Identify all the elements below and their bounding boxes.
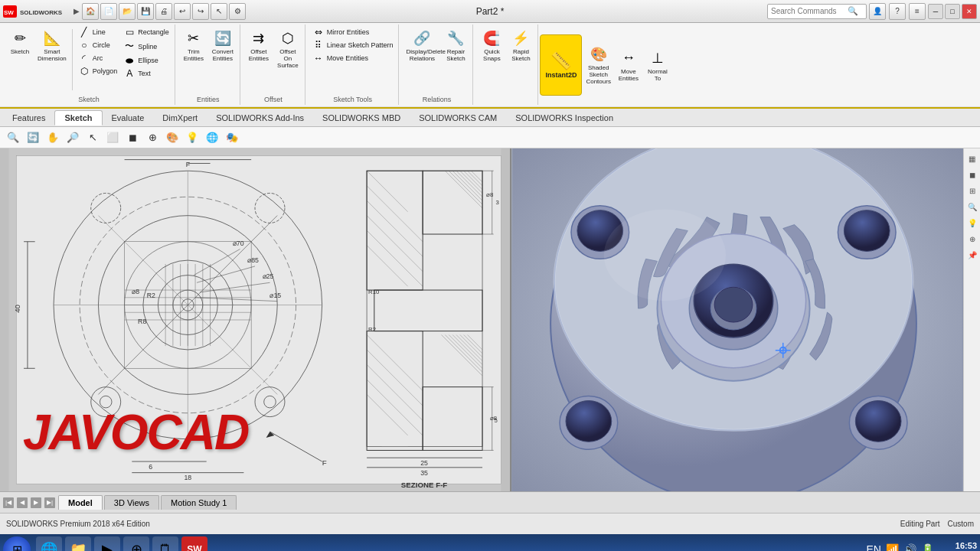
rapid-sketch-label: RapidSketch bbox=[511, 49, 530, 63]
view-magnify-btn[interactable]: 🔍 bbox=[5, 129, 21, 146]
text-btn[interactable]: AText bbox=[121, 67, 172, 80]
smart-dimension-button[interactable]: 📐 SmartDimension bbox=[35, 26, 69, 64]
taskbar-player[interactable]: ▶ bbox=[94, 536, 120, 551]
help-btn[interactable]: ? bbox=[889, 3, 906, 20]
close-btn[interactable]: ✕ bbox=[962, 4, 977, 19]
rapid-sketch-button[interactable]: ⚡ RapidSketch bbox=[507, 26, 534, 64]
open-btn[interactable]: 📂 bbox=[119, 3, 136, 20]
instant2d-button[interactable]: 📏 Instant2D bbox=[540, 34, 582, 96]
taskbar-explorer[interactable]: 📁 bbox=[65, 536, 91, 551]
panel-btn-6[interactable]: ⊕ bbox=[965, 232, 979, 246]
panel-btn-4[interactable]: 🔍 bbox=[965, 200, 979, 214]
maximize-btn[interactable]: □ bbox=[945, 4, 960, 19]
rectangle-btn[interactable]: ▭Rectangle bbox=[121, 26, 172, 38]
tab-sketch[interactable]: Sketch bbox=[54, 110, 102, 126]
display-delete-button[interactable]: 🔗 Display/DeleteRelations bbox=[403, 26, 440, 64]
ribbon: ✏ Sketch 📐 SmartDimension ╱Line ○Circle … bbox=[0, 23, 980, 109]
ribbon-group-display: 🔗 Display/DeleteRelations 🔧 RepairSketch… bbox=[400, 24, 473, 105]
panel-btn-3[interactable]: ⊞ bbox=[965, 184, 979, 197]
taskbar-time: 16:53 bbox=[939, 541, 977, 550]
taskbar-files[interactable]: 🗒 bbox=[152, 536, 178, 551]
title-right: 🔍 👤 ? ≡ ─ □ ✕ bbox=[767, 3, 977, 20]
offset-entities-button[interactable]: ⇉ OffsetEntities bbox=[245, 26, 273, 64]
spline-btn[interactable]: 〜Spline bbox=[121, 39, 172, 54]
tab-3dviews[interactable]: 3D Views bbox=[104, 495, 159, 510]
view-pan-btn[interactable]: ✋ bbox=[44, 129, 61, 146]
save-btn[interactable]: 💾 bbox=[137, 3, 154, 20]
tab-nav-first[interactable]: |◀ bbox=[3, 497, 14, 508]
home-btn[interactable]: 🏠 bbox=[82, 3, 99, 20]
linear-pattern-btn[interactable]: ⠿Linear Sketch Pattern bbox=[310, 39, 396, 51]
ribbon-toolbar: ✏ Sketch 📐 SmartDimension ╱Line ○Circle … bbox=[0, 23, 980, 107]
start-button[interactable]: ⊞ bbox=[3, 536, 31, 551]
panel-btn-7[interactable]: 📌 bbox=[965, 248, 979, 262]
sketch-group-label: Sketch bbox=[78, 96, 100, 103]
move-entities-small-btn[interactable]: ↔Move Entities bbox=[310, 52, 396, 64]
panel-btn-1[interactable]: ▦ bbox=[965, 152, 979, 165]
view-section-btn[interactable]: ⬜ bbox=[104, 129, 121, 146]
view-zoom-btn[interactable]: 🔎 bbox=[64, 129, 81, 146]
tab-inspection[interactable]: SOLIDWORKS Inspection bbox=[506, 111, 622, 125]
tab-features[interactable]: Features bbox=[3, 111, 54, 125]
print-btn[interactable]: 🖨 bbox=[155, 3, 172, 20]
panel-btn-5[interactable]: 💡 bbox=[965, 216, 979, 230]
options-btn[interactable]: ⚙ bbox=[229, 3, 246, 20]
tab-motion-study[interactable]: Motion Study 1 bbox=[161, 495, 237, 510]
view-select-btn[interactable]: ↖ bbox=[84, 129, 101, 146]
view-lights-btn[interactable]: 💡 bbox=[184, 129, 201, 146]
polygon-btn[interactable]: ⬡Polygon bbox=[76, 65, 120, 77]
tab-nav-last[interactable]: ▶| bbox=[44, 497, 55, 508]
offset-surface-button[interactable]: ⬡ OffsetOnSurface bbox=[274, 26, 302, 70]
tab-dimxpert[interactable]: DimXpert bbox=[153, 111, 207, 125]
svg-text:F: F bbox=[322, 458, 327, 467]
repair-sketch-button[interactable]: 🔧 RepairSketch bbox=[442, 26, 469, 64]
user-icon[interactable]: 👤 bbox=[869, 3, 886, 20]
svg-text:⌀85: ⌀85 bbox=[247, 256, 259, 264]
quick-snaps-button[interactable]: 🧲 QuickSnaps bbox=[478, 26, 505, 64]
svg-text:5: 5 bbox=[495, 417, 498, 424]
svg-text:⌀15: ⌀15 bbox=[270, 292, 281, 299]
search-input[interactable] bbox=[771, 7, 848, 15]
panel-btn-2[interactable]: ◼ bbox=[965, 168, 979, 181]
view-display-btn[interactable]: ◼ bbox=[124, 129, 141, 146]
tab-evaluate[interactable]: Evaluate bbox=[103, 111, 154, 125]
view-display2-btn[interactable]: 🎨 bbox=[164, 129, 181, 146]
shaded-contours-button[interactable]: 🎨 ShadedSketchContours bbox=[583, 34, 612, 96]
solidworks-options[interactable]: ≡ bbox=[909, 3, 926, 20]
offset-icon: ⇉ bbox=[248, 28, 270, 49]
redo-btn[interactable]: ↪ bbox=[192, 3, 209, 20]
3d-view-panel[interactable] bbox=[511, 148, 963, 491]
view-appearance-btn[interactable]: 🎭 bbox=[224, 129, 240, 146]
mirror-entities-btn[interactable]: ⇔Mirror Entities bbox=[310, 26, 396, 38]
trim-entities-button[interactable]: ✂ TrimEntities bbox=[180, 26, 207, 64]
tab-addins[interactable]: SOLIDWORKS Add-Ins bbox=[207, 111, 313, 125]
select-btn[interactable]: ↖ bbox=[211, 3, 227, 20]
search-box[interactable]: 🔍 bbox=[767, 4, 867, 19]
taskbar-chrome[interactable]: ⊕ bbox=[123, 536, 149, 551]
minimize-btn[interactable]: ─ bbox=[928, 4, 943, 19]
ellipse-btn[interactable]: ⬬Ellipse bbox=[121, 54, 172, 67]
tab-nav-next[interactable]: ▶ bbox=[31, 497, 41, 508]
taskbar-solidworks[interactable]: SW bbox=[181, 536, 207, 551]
tab-nav-prev[interactable]: ◀ bbox=[17, 497, 28, 508]
sketch-button[interactable]: ✏ Sketch bbox=[6, 26, 34, 57]
arc-btn[interactable]: ◜Arc bbox=[76, 52, 120, 64]
tab-cam[interactable]: SOLIDWORKS CAM bbox=[410, 111, 506, 125]
view-rotate-btn[interactable]: 🔄 bbox=[24, 129, 41, 146]
new-btn[interactable]: 📄 bbox=[100, 3, 117, 20]
tab-model[interactable]: Model bbox=[58, 495, 103, 510]
svg-point-136 bbox=[604, 210, 726, 301]
taskbar-ie[interactable]: 🌐 bbox=[36, 536, 62, 551]
view-triad-btn[interactable]: ⊕ bbox=[144, 129, 161, 146]
view-scene-btn[interactable]: 🌐 bbox=[204, 129, 220, 146]
ribbon-group-sketch: ✏ Sketch 📐 SmartDimension ╱Line ○Circle … bbox=[3, 24, 175, 105]
circle-btn[interactable]: ○Circle bbox=[76, 39, 120, 51]
convert-entities-button[interactable]: 🔄 ConvertEntities bbox=[209, 26, 237, 64]
drawing-panel[interactable]: 40 F R2 R8 ⌀70 ⌀85 ⌀25 ⌀15 ⌀8 6 18 bbox=[0, 148, 511, 491]
undo-btn[interactable]: ↩ bbox=[174, 3, 191, 20]
tab-mbd[interactable]: SOLIDWORKS MBD bbox=[313, 111, 410, 125]
line-btn[interactable]: ╱Line bbox=[76, 26, 120, 38]
editing-part-label: Editing Part bbox=[900, 520, 940, 528]
normal-to-button[interactable]: ⊥ NormalTo bbox=[644, 34, 671, 96]
move-entities-button[interactable]: ↔ MoveEntities bbox=[615, 34, 642, 96]
